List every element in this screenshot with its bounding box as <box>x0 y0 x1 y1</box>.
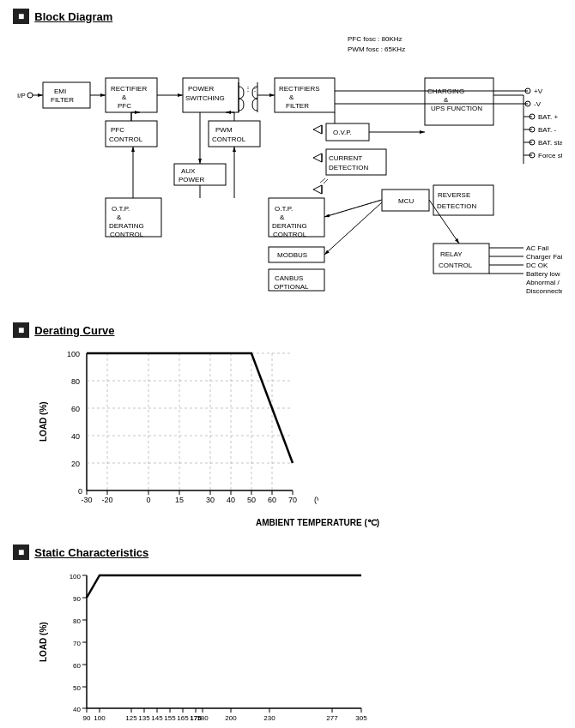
derating-ytick-60: 60 <box>71 405 80 413</box>
plus-v-label: +V <box>534 87 543 95</box>
cd-text1: CURRENT <box>329 154 362 162</box>
canbus-text2: OPTIONAL <box>274 283 309 291</box>
minus-v-label: -V <box>534 100 542 108</box>
derating-x-axis-label: AMBIENT TEMPERATURE (℃) <box>73 518 562 527</box>
mcu-modbus-line <box>324 202 382 255</box>
batlow-text3: Disconnected <box>526 287 562 295</box>
rectifier-text3: PFC <box>118 102 131 110</box>
cd-text2: DETECTION <box>329 164 368 171</box>
bat-minus-label: BAT. - <box>538 126 557 134</box>
rectifier-text2: & <box>122 93 127 101</box>
block-diagram-icon: ■ <box>13 9 29 24</box>
chargerfail-text: Charger Fail <box>526 253 562 261</box>
reverse-det-box <box>433 185 493 215</box>
sy-tick-50-text: 50 <box>73 684 81 692</box>
derating-xtick-40-text: 40 <box>227 496 235 504</box>
derating-svg: .axis-line { stroke: #000; stroke-width:… <box>52 345 318 516</box>
sx-tick-165-text: 165 <box>177 714 189 722</box>
derating-ytick-40: 40 <box>71 432 80 441</box>
sx-tick-155-text: 155 <box>164 714 176 722</box>
static-y-label: LOAD (%) <box>39 567 48 717</box>
emi-filter-box <box>43 82 90 108</box>
derating-curve-header: ■ Derating Curve <box>13 322 562 338</box>
bat-plus-label: BAT. + <box>538 113 559 121</box>
cu-text3: UPS FUNCTION <box>431 105 482 112</box>
otp-right-text4: CONTROL <box>273 231 307 238</box>
sx-tick-230-text: 230 <box>263 714 275 722</box>
pwm-fosc-label: PWM fosc : 65KHz <box>348 45 405 53</box>
derating-xtick-m30-text: -30 <box>81 496 92 504</box>
otp-right-text2: & <box>280 214 285 221</box>
emi-filter-text2: FILTER <box>51 96 74 104</box>
dcok-text: DC OK <box>526 262 548 269</box>
derating-curve-section: LOAD (%) .axis-line { stroke: #000; stro… <box>13 345 562 527</box>
rd-text1: REVERSE <box>438 191 470 199</box>
otp-right-text3: DERATING <box>272 222 307 230</box>
derating-xtick-60-text: 60 <box>268 496 276 504</box>
block-diagram-svg: text { font-family: Arial, sans-serif; f… <box>13 31 562 305</box>
cu-text1: CHARGING <box>427 87 464 95</box>
coil-right2 <box>252 99 257 111</box>
ps-text2: SWITCHING <box>185 94 225 102</box>
ip-label: I/P <box>17 92 26 99</box>
sx-tick-90-text: 90 <box>83 714 91 722</box>
sx-tick-100-text: 100 <box>94 714 106 722</box>
modbus-text: MODBUS <box>277 251 307 259</box>
pfc-ctrl-text1: PFC <box>111 126 124 134</box>
derating-ytick-100: 100 <box>67 350 80 358</box>
pwm-ctrl-text1: PWM <box>215 126 233 134</box>
derating-curve-title: Derating Curve <box>34 324 114 337</box>
derating-xtick-30-text: 30 <box>206 496 215 504</box>
otp-right-text1: O.T.P. <box>275 205 293 213</box>
static-char-title: Static Characteristics <box>34 546 148 559</box>
derating-chart-area: .axis-line { stroke: #000; stroke-width:… <box>52 345 318 518</box>
sy-tick-100-text: 100 <box>70 573 82 581</box>
derating-curve-icon: ■ <box>13 322 29 338</box>
rectifier-text1: RECTIFIER <box>111 85 147 93</box>
sy-tick-80-text: 80 <box>73 617 81 625</box>
static-chart-area: 100 90 80 70 60 50 40 90 <box>52 567 378 728</box>
derating-ytick-20: 20 <box>71 460 80 468</box>
derating-xtick-15-text: 15 <box>175 496 184 504</box>
diode3 <box>313 185 322 194</box>
derating-ytick-0: 0 <box>78 487 82 496</box>
rf-text1: RECTIFIERS <box>279 85 320 93</box>
static-char-header: ■ Static Characteristics <box>13 544 562 560</box>
derating-xtick-70-text: 70 <box>288 496 297 504</box>
pfc-ctrl-text2: CONTROL <box>109 135 143 143</box>
diode1 <box>313 125 322 134</box>
relay-text2: CONTROL <box>439 262 473 269</box>
transformer-symbol: ⋮⋮ <box>245 85 258 93</box>
pwm-ctrl-text2: CONTROL <box>212 135 246 143</box>
sy-tick-60-text: 60 <box>73 662 81 670</box>
pfc-fosc-label: PFC fosc : 80KHz <box>348 35 402 43</box>
aux-text1: AUX <box>181 167 196 175</box>
sy-tick-70-text: 70 <box>73 640 81 647</box>
block-diagram-container: text { font-family: Arial, sans-serif; f… <box>13 31 562 305</box>
block-diagram-header: ■ Block Diagram <box>13 9 562 24</box>
rd-text2: DETECTION <box>437 202 476 210</box>
charging-ups-box <box>425 78 493 125</box>
bat-start-label: BAT. start <box>538 139 562 147</box>
led-ray1 <box>320 178 325 183</box>
coil-left2 <box>239 99 244 111</box>
derating-ytick-80: 80 <box>71 377 80 386</box>
rectifier-pfc-box <box>106 78 157 112</box>
sx-tick-200-text: 200 <box>225 714 237 722</box>
derating-xtick-m20-text: -20 <box>101 496 112 504</box>
derating-y-label: LOAD (%) <box>39 345 48 499</box>
relay-text1: RELAY <box>440 250 463 258</box>
sx-tick-277-text: 277 <box>326 714 338 722</box>
rf-text2: & <box>289 93 294 101</box>
sy-tick-90-text: 90 <box>73 595 81 603</box>
otp-left-text4: CONTROL <box>110 231 144 238</box>
batlow-text1: Battery low / <box>526 270 562 278</box>
cu-text2: & <box>444 96 449 104</box>
ip-circle <box>27 93 33 98</box>
derating-xtick-0-text: 0 <box>146 496 150 504</box>
static-svg: 100 90 80 70 60 50 40 90 <box>52 567 378 728</box>
force-start-label: Force start <box>538 152 562 159</box>
sx-tick-125-text: 125 <box>125 714 137 722</box>
block-diagram-title: Block Diagram <box>34 10 112 23</box>
aux-text2: POWER <box>179 176 204 184</box>
